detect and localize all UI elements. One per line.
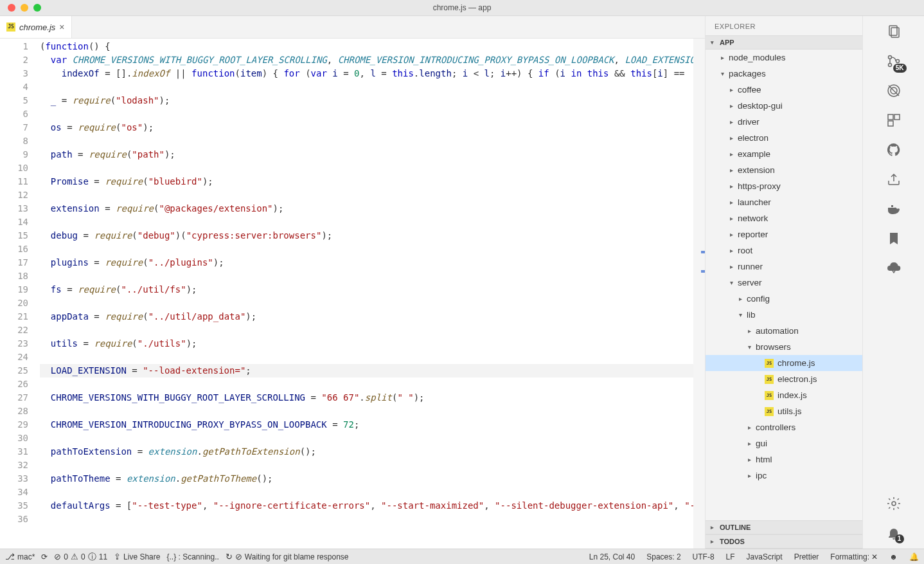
folder-automation[interactable]: ▸automation: [706, 323, 862, 339]
folder-example[interactable]: ▸example: [706, 146, 862, 162]
code-line[interactable]: utils = require("./utils");: [40, 337, 705, 350]
maximize-window-button[interactable]: [33, 4, 41, 12]
code-line[interactable]: [40, 486, 705, 499]
code-line[interactable]: extension = require("@packages/extension…: [40, 202, 705, 215]
folder-extension[interactable]: ▸extension: [706, 162, 862, 178]
settings-icon[interactable]: [885, 495, 903, 513]
eol[interactable]: LF: [726, 552, 735, 561]
folder-root[interactable]: ▸root: [706, 242, 862, 259]
code-line[interactable]: var CHROME_VERSIONS_WITH_BUGGY_ROOT_LAYE…: [40, 53, 705, 67]
minimap[interactable]: [693, 39, 705, 549]
folder-lib[interactable]: ▾lib: [706, 307, 862, 323]
code-line[interactable]: CHROME_VERSIONS_WITH_BUGGY_ROOT_LAYER_SC…: [40, 391, 705, 405]
code-line[interactable]: fs = require("../util/fs");: [40, 283, 705, 296]
formatting[interactable]: Formatting: ✕: [830, 552, 878, 561]
folder-node_modules[interactable]: ▸node_modules: [706, 50, 862, 66]
close-icon[interactable]: ×: [59, 22, 64, 32]
code-line[interactable]: _ = require("lodash");: [40, 94, 705, 107]
section-outline[interactable]: ▸ OUTLINE: [706, 520, 862, 534]
bookmark-icon[interactable]: [885, 230, 903, 248]
git-blame-status[interactable]: ↻⊘Waiting for git blame response: [226, 552, 349, 561]
debug-icon[interactable]: [885, 82, 903, 100]
source-control-icon[interactable]: 5K: [885, 52, 903, 70]
code-line[interactable]: [40, 459, 705, 472]
folder-coffee[interactable]: ▸coffee: [706, 82, 862, 98]
code-line[interactable]: CHROME_VERSION_INTRODUCING_PROXY_BYPASS_…: [40, 418, 705, 432]
bracket-status[interactable]: {..} : Scanning..: [166, 552, 218, 561]
code-line[interactable]: [40, 513, 705, 526]
file-chrome-js[interactable]: JSchrome.js: [706, 355, 862, 371]
code-line[interactable]: os = require("os");: [40, 121, 705, 134]
code-line[interactable]: appData = require("../util/app_data");: [40, 310, 705, 323]
folder-config[interactable]: ▸config: [706, 291, 862, 307]
code-line[interactable]: [40, 269, 705, 283]
code-line[interactable]: debug = require("debug")("cypress:server…: [40, 229, 705, 242]
code-line[interactable]: defaultArgs = ["--test-type", "--ignore-…: [40, 499, 705, 513]
language-mode[interactable]: JavaScript: [747, 552, 783, 561]
encoding[interactable]: UTF-8: [693, 552, 715, 561]
folder-electron[interactable]: ▸electron: [706, 130, 862, 146]
code-line[interactable]: [40, 296, 705, 310]
github-icon[interactable]: [885, 141, 903, 159]
code-line[interactable]: Promise = require("bluebird");: [40, 175, 705, 188]
folder-network[interactable]: ▸network: [706, 210, 862, 226]
problems[interactable]: ⊘0 ⚠0 ⓘ11: [54, 551, 107, 563]
feedback-icon[interactable]: ☻: [889, 552, 898, 561]
live-share[interactable]: ⇪Live Share: [114, 552, 160, 561]
code-line[interactable]: [40, 161, 705, 175]
code-line[interactable]: [40, 134, 705, 148]
folder-packages[interactable]: ▾packages: [706, 66, 862, 82]
share-icon[interactable]: [885, 170, 903, 188]
code-line[interactable]: [40, 80, 705, 94]
code-line[interactable]: pathToExtension = extension.getPathToExt…: [40, 445, 705, 459]
section-app[interactable]: ▾ APP: [706, 35, 862, 50]
cloud-icon[interactable]: [885, 259, 903, 277]
files-icon[interactable]: [885, 23, 903, 41]
editor[interactable]: 1234567891011121314151617181920212223242…: [0, 39, 705, 549]
code-line[interactable]: [40, 215, 705, 229]
code-line[interactable]: [40, 242, 705, 256]
code-line[interactable]: pathToTheme = extension.getPathToTheme()…: [40, 472, 705, 486]
bell-icon[interactable]: 🔔: [909, 552, 919, 561]
sync-icon[interactable]: ⟳: [41, 552, 48, 561]
folder-runner[interactable]: ▸runner: [706, 259, 862, 275]
folder-gui[interactable]: ▸gui: [706, 435, 862, 451]
folder-server[interactable]: ▾server: [706, 275, 862, 291]
file-utils-js[interactable]: JSutils.js: [706, 403, 862, 419]
code-line[interactable]: [40, 405, 705, 418]
folder-controllers[interactable]: ▸controllers: [706, 419, 862, 435]
cursor-position[interactable]: Ln 25, Col 40: [589, 552, 635, 561]
indentation[interactable]: Spaces: 2: [646, 552, 680, 561]
folder-reporter[interactable]: ▸reporter: [706, 226, 862, 242]
folder-https-proxy[interactable]: ▸https-proxy: [706, 178, 862, 194]
folder-ipc[interactable]: ▸ipc: [706, 468, 862, 484]
close-window-button[interactable]: [8, 4, 15, 12]
code-line[interactable]: [40, 378, 705, 391]
section-todos[interactable]: ▸ TODOS: [706, 534, 862, 549]
notifications-icon[interactable]: 1: [885, 524, 903, 542]
tab-chrome-js[interactable]: JS chrome.js ×: [0, 16, 72, 38]
code-line[interactable]: [40, 432, 705, 445]
docker-icon[interactable]: [885, 200, 903, 218]
code-line[interactable]: [40, 323, 705, 337]
code-line[interactable]: [40, 188, 705, 202]
file-index-js[interactable]: JSindex.js: [706, 387, 862, 403]
code-line[interactable]: path = require("path");: [40, 148, 705, 161]
code-line[interactable]: (function() {: [40, 40, 705, 53]
code-line[interactable]: LOAD_EXTENSION = "--load-extension=";: [40, 364, 705, 378]
code-line[interactable]: [40, 107, 705, 121]
folder-driver[interactable]: ▸driver: [706, 114, 862, 130]
file-electron-js[interactable]: JSelectron.js: [706, 371, 862, 387]
folder-desktop-gui[interactable]: ▸desktop-gui: [706, 98, 862, 114]
prettier[interactable]: Prettier: [794, 552, 819, 561]
folder-browsers[interactable]: ▾browsers: [706, 339, 862, 355]
folder-html[interactable]: ▸html: [706, 451, 862, 468]
code-area[interactable]: (function() { var CHROME_VERSIONS_WITH_B…: [40, 39, 705, 549]
folder-launcher[interactable]: ▸launcher: [706, 194, 862, 210]
extensions-icon[interactable]: [885, 111, 903, 129]
code-line[interactable]: [40, 350, 705, 364]
minimize-window-button[interactable]: [21, 4, 28, 12]
git-branch[interactable]: ⎇mac*: [5, 552, 35, 561]
code-line[interactable]: indexOf = [].indexOf || function(item) {…: [40, 67, 705, 80]
code-line[interactable]: plugins = require("../plugins");: [40, 256, 705, 269]
